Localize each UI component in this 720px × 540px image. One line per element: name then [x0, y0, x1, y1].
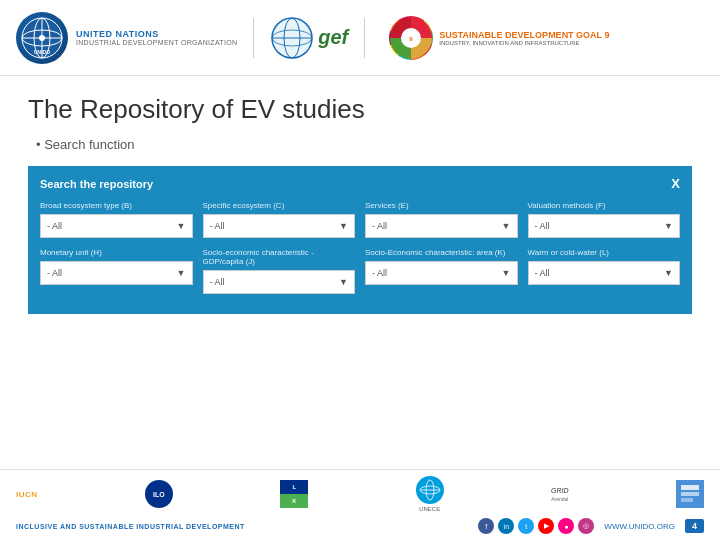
filter-label-gdp: Socio-economic characteristic - GDP/capi…	[203, 248, 356, 266]
dropdown-arrow-monetary: ▼	[177, 268, 186, 278]
footer-bottom: INCLUSIVE AND SUSTAINABLE INDUSTRIAL DEV…	[16, 518, 704, 534]
filter-select-valuation[interactable]: - All ▼	[528, 214, 681, 238]
filter-gdp: Socio-economic characteristic - GDP/capi…	[203, 248, 356, 294]
twitter-icon[interactable]: t	[518, 518, 534, 534]
iucn-label: IUCN	[16, 490, 38, 499]
footer-tagline: INCLUSIVE AND SUSTAINABLE INDUSTRIAL DEV…	[16, 523, 245, 530]
filter-label-broad: Broad ecosystem type (B)	[40, 201, 193, 210]
search-repository-box: Search the repository X Broad ecosystem …	[28, 166, 692, 314]
filter-value-services: - All	[372, 221, 387, 231]
footer: IUCN ILO L K UNECE	[0, 469, 720, 540]
unido-logo: UNIDO UNITED NATIONS INDUSTRIAL DEVELOPM…	[16, 12, 237, 64]
header: UNIDO UNITED NATIONS INDUSTRIAL DEVELOPM…	[0, 0, 720, 76]
filter-value-specific: - All	[210, 221, 225, 231]
filter-value-valuation: - All	[535, 221, 550, 231]
unece-emblem	[416, 476, 444, 504]
footer-social-links: f in t ▶ ● ◎ WWW.UNIDO.ORG 4	[478, 518, 704, 534]
main-content: The Repository of EV studies • Search fu…	[0, 76, 720, 338]
filter-label-area: Socio-Economic characteristic: area (K)	[365, 248, 518, 257]
page-number: 4	[685, 519, 704, 533]
filter-row-2: Monetary unit (H) - All ▼ Socio-economic…	[40, 248, 680, 294]
filter-broad-ecosystem: Broad ecosystem type (B) - All ▼	[40, 201, 193, 238]
filter-select-area[interactable]: - All ▼	[365, 261, 518, 285]
grid-sublabel: Arendal	[551, 496, 568, 502]
sdg-desc: INDUSTRY, INNOVATION AND INFRASTRUCTURE	[439, 40, 609, 46]
sdg-text: SUSTAINABLE DEVELOPMENT GOAL 9 INDUSTRY,…	[439, 30, 609, 46]
sdg-goal-label: SUSTAINABLE DEVELOPMENT GOAL 9	[439, 30, 609, 40]
header-divider2	[364, 18, 365, 58]
dropdown-arrow-gdp: ▼	[339, 277, 348, 287]
filter-services: Services (E) - All ▼	[365, 201, 518, 238]
ilo-logo: ILO	[145, 480, 173, 508]
unesco-logo	[676, 480, 704, 508]
dropdown-arrow-services: ▼	[502, 221, 511, 231]
youtube-icon[interactable]: ▶	[538, 518, 554, 534]
iucn-logo: IUCN	[16, 490, 38, 499]
dropdown-arrow-valuation: ▼	[664, 221, 673, 231]
gef-label: gef	[318, 26, 348, 49]
filter-label-specific: Specific ecosystem (C)	[203, 201, 356, 210]
filter-value-monetary: - All	[47, 268, 62, 278]
unido-title: UNITED NATIONS	[76, 29, 237, 39]
filter-value-water: - All	[535, 268, 550, 278]
filter-monetary: Monetary unit (H) - All ▼	[40, 248, 193, 294]
filter-select-services[interactable]: - All ▼	[365, 214, 518, 238]
filter-value-broad: - All	[47, 221, 62, 231]
sdg-emblem: 9	[389, 16, 433, 60]
search-close-button[interactable]: X	[671, 176, 680, 191]
svg-text:UNIDO: UNIDO	[34, 49, 50, 55]
lk-emblem: L K	[280, 480, 308, 508]
grid-label: GRID	[551, 487, 569, 494]
dropdown-arrow-water: ▼	[664, 268, 673, 278]
filter-label-water: Warm or cold-water (L)	[528, 248, 681, 257]
bullet-point: • Search function	[36, 137, 692, 152]
sdg-logo: 9 SUSTAINABLE DEVELOPMENT GOAL 9 INDUSTR…	[389, 16, 609, 60]
unido-text-block: UNITED NATIONS INDUSTRIAL DEVELOPMENT OR…	[76, 29, 237, 46]
grid-logo: GRID Arendal	[551, 487, 569, 502]
linkedin-icon[interactable]: in	[498, 518, 514, 534]
svg-rect-19	[681, 485, 699, 490]
website-link[interactable]: WWW.UNIDO.ORG	[604, 522, 675, 531]
svg-rect-21	[681, 498, 693, 502]
svg-point-5	[39, 35, 45, 41]
filter-select-specific[interactable]: - All ▼	[203, 214, 356, 238]
lk-logo: L K	[280, 480, 308, 508]
unece-logo: UNECE	[416, 476, 444, 512]
page-title: The Repository of EV studies	[28, 94, 692, 125]
instagram-icon[interactable]: ◎	[578, 518, 594, 534]
filter-select-water[interactable]: - All ▼	[528, 261, 681, 285]
unido-subtitle: INDUSTRIAL DEVELOPMENT ORGANIZATION	[76, 39, 237, 46]
unesco-emblem	[676, 480, 704, 508]
ilo-emblem: ILO	[145, 480, 173, 508]
filter-area: Socio-Economic characteristic: area (K) …	[365, 248, 518, 294]
dropdown-arrow-broad: ▼	[177, 221, 186, 231]
filter-select-broad[interactable]: - All ▼	[40, 214, 193, 238]
filter-specific-ecosystem: Specific ecosystem (C) - All ▼	[203, 201, 356, 238]
filter-row-1: Broad ecosystem type (B) - All ▼ Specifi…	[40, 201, 680, 238]
header-divider	[253, 18, 254, 58]
filter-select-monetary[interactable]: - All ▼	[40, 261, 193, 285]
filter-value-gdp: - All	[210, 277, 225, 287]
unido-emblem: UNIDO	[16, 12, 68, 64]
filter-label-services: Services (E)	[365, 201, 518, 210]
filter-select-gdp[interactable]: - All ▼	[203, 270, 356, 294]
facebook-icon[interactable]: f	[478, 518, 494, 534]
filter-water: Warm or cold-water (L) - All ▼	[528, 248, 681, 294]
filter-value-area: - All	[372, 268, 387, 278]
footer-logos: IUCN ILO L K UNECE	[16, 476, 704, 512]
filter-label-valuation: Valuation methods (F)	[528, 201, 681, 210]
dropdown-arrow-specific: ▼	[339, 221, 348, 231]
filter-valuation: Valuation methods (F) - All ▼	[528, 201, 681, 238]
svg-rect-20	[681, 492, 699, 496]
filter-label-monetary: Monetary unit (H)	[40, 248, 193, 257]
search-box-title: Search the repository	[40, 178, 153, 190]
search-box-header: Search the repository X	[40, 176, 680, 191]
gef-logo: gef	[270, 16, 348, 60]
flickr-icon[interactable]: ●	[558, 518, 574, 534]
gef-globe-icon	[270, 16, 314, 60]
dropdown-arrow-area: ▼	[502, 268, 511, 278]
